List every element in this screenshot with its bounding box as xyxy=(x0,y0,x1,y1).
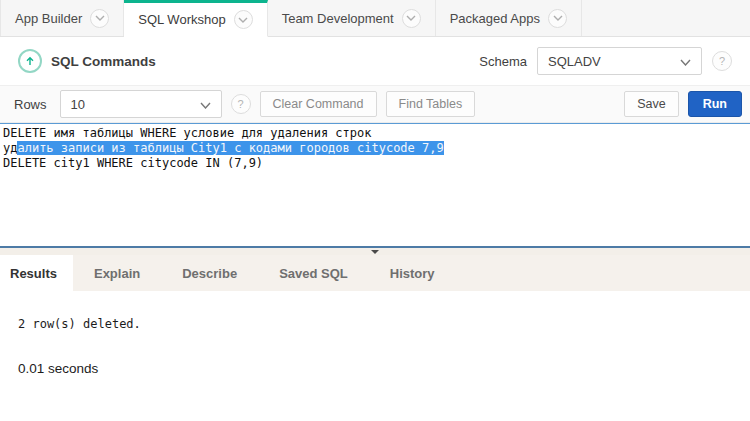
tab-label: Packaged Apps xyxy=(450,11,540,26)
tab-describe[interactable]: Describe xyxy=(161,255,258,291)
chevron-down-icon xyxy=(680,54,691,69)
splitter-collapse-icon[interactable] xyxy=(371,250,379,254)
schema-region: Schema SQLADV ? xyxy=(479,47,732,75)
tab-results[interactable]: Results xyxy=(0,255,73,291)
sql-editor[interactable]: DELETE имя таблицы WHERE условие для уда… xyxy=(0,123,750,246)
chevron-down-icon[interactable] xyxy=(234,10,253,29)
editor-selected-text: алить записи из таблицы City1 с кодами г… xyxy=(17,141,443,155)
page-header: SQL Commands Schema SQLADV ? xyxy=(0,37,750,85)
results-tab-bar: Results Explain Describe Saved SQL Histo… xyxy=(0,255,750,291)
tab-app-builder[interactable]: App Builder xyxy=(0,0,124,36)
editor-line-1: DELETE имя таблицы WHERE условие для уда… xyxy=(3,126,747,141)
tab-label: App Builder xyxy=(15,11,82,26)
tab-history[interactable]: History xyxy=(369,255,456,291)
page-title: SQL Commands xyxy=(51,54,156,69)
rows-select-value: 10 xyxy=(71,97,85,112)
tab-sql-workshop[interactable]: SQL Workshop xyxy=(124,0,267,37)
help-icon[interactable]: ? xyxy=(231,94,251,114)
schema-select[interactable]: SQLADV xyxy=(537,47,702,75)
find-tables-button[interactable]: Find Tables xyxy=(386,91,476,117)
chevron-down-icon[interactable] xyxy=(90,9,109,28)
result-timing: 0.01 seconds xyxy=(18,361,750,376)
chevron-down-icon[interactable] xyxy=(402,9,421,28)
rows-select[interactable]: 10 xyxy=(60,90,222,118)
tab-packaged-apps[interactable]: Packaged Apps xyxy=(436,0,582,36)
schema-label: Schema xyxy=(479,54,527,69)
help-icon[interactable]: ? xyxy=(712,51,732,71)
tab-saved-sql[interactable]: Saved SQL xyxy=(258,255,369,291)
tab-label: Team Development xyxy=(282,11,394,26)
clear-command-button[interactable]: Clear Command xyxy=(260,91,377,117)
tab-team-development[interactable]: Team Development xyxy=(268,0,436,36)
command-toolbar: Rows 10 ? Clear Command Find Tables Save… xyxy=(0,85,750,123)
rows-label: Rows xyxy=(14,97,47,112)
save-button[interactable]: Save xyxy=(624,91,679,117)
main-tab-bar: App Builder SQL Workshop Team Developmen… xyxy=(0,0,750,37)
chevron-down-icon[interactable] xyxy=(548,9,567,28)
editor-line-2: удалить записи из таблицы City1 с кодами… xyxy=(3,141,747,156)
schema-select-value: SQLADV xyxy=(548,54,601,69)
editor-line-2-prefix: уд xyxy=(3,141,17,155)
result-message: 2 row(s) deleted. xyxy=(18,317,750,331)
up-arrow-icon[interactable] xyxy=(18,49,42,73)
chevron-down-icon xyxy=(200,97,211,112)
tab-explain[interactable]: Explain xyxy=(73,255,161,291)
editor-line-3: DELETE city1 WHERE citycode IN (7,9) xyxy=(3,156,747,171)
pane-splitter[interactable] xyxy=(0,246,750,255)
run-button[interactable]: Run xyxy=(688,91,742,117)
results-panel: 2 row(s) deleted. 0.01 seconds xyxy=(0,291,750,421)
tab-label: SQL Workshop xyxy=(138,12,225,27)
